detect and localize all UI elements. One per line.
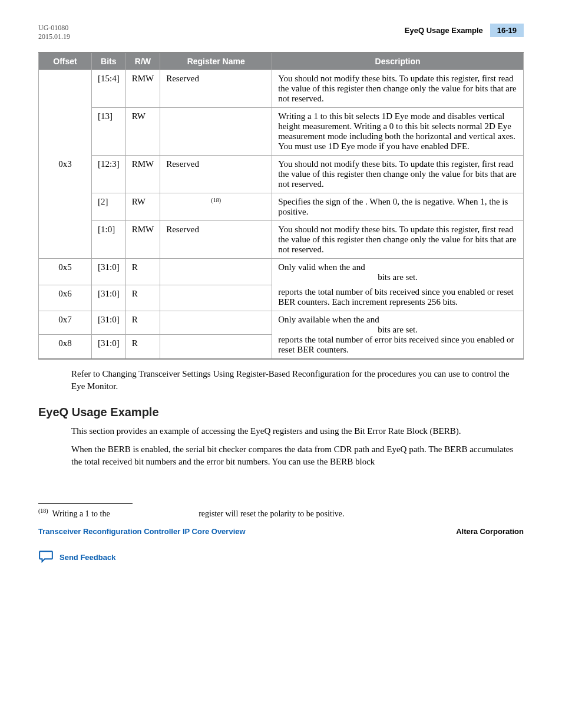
footnote-text: register will reset the polarity to be p… bbox=[199, 509, 344, 518]
body-paragraph: When the BERB is enabled, the serial bit… bbox=[71, 443, 524, 468]
cell-regname: (18) bbox=[160, 193, 272, 221]
cell-rw: RMW bbox=[125, 156, 160, 193]
table-row: 0x7 [31:0] R Only available when the and… bbox=[39, 311, 524, 335]
th-regname: Register Name bbox=[160, 52, 272, 70]
cell-rw: R bbox=[125, 335, 160, 359]
header-page-number: 16-19 bbox=[490, 24, 524, 37]
cell-rw: RMW bbox=[125, 70, 160, 108]
desc-line: reports the total number of error bits r… bbox=[278, 335, 517, 355]
cell-desc: Specifies the sign of the . When 0, the … bbox=[272, 193, 524, 221]
cell-rw: R bbox=[125, 259, 160, 285]
cell-regname bbox=[160, 335, 272, 359]
footer-chapter-link[interactable]: Transceiver Reconfiguration Controller I… bbox=[38, 527, 246, 536]
cell-desc: You should not modify these bits. To upd… bbox=[272, 221, 524, 259]
cell-offset: 0x8 bbox=[39, 335, 92, 359]
cell-rw: RW bbox=[125, 193, 160, 221]
footnote-marker: (18) bbox=[38, 508, 48, 514]
cell-rw: R bbox=[125, 285, 160, 311]
cell-bits: [31:0] bbox=[92, 311, 126, 335]
th-desc: Description bbox=[272, 52, 524, 70]
table-row: 0x5 [31:0] R Only valid when the and bit… bbox=[39, 259, 524, 285]
cell-regname bbox=[160, 108, 272, 156]
speech-bubble-icon bbox=[38, 550, 54, 565]
cell-bits: [31:0] bbox=[92, 335, 126, 359]
cell-bits: [31:0] bbox=[92, 259, 126, 285]
cell-bits: [1:0] bbox=[92, 221, 126, 259]
cell-desc: You should not modify these bits. To upd… bbox=[272, 70, 524, 108]
body-paragraph: Refer to Changing Transceiver Settings U… bbox=[71, 368, 524, 393]
cell-desc: You should not modify these bits. To upd… bbox=[272, 156, 524, 193]
cell-desc: Writing a 1 to this bit selects 1D Eye m… bbox=[272, 108, 524, 156]
section-heading: EyeQ Usage Example bbox=[38, 406, 524, 419]
footnote-marker: (18) bbox=[211, 197, 221, 203]
cell-rw: RW bbox=[125, 108, 160, 156]
table-header-row: Offset Bits R/W Register Name Descriptio… bbox=[39, 52, 524, 70]
register-table: Offset Bits R/W Register Name Descriptio… bbox=[38, 52, 524, 360]
cell-bits: [12:3] bbox=[92, 156, 126, 193]
doc-date: 2015.01.19 bbox=[38, 32, 70, 41]
footer-company: Altera Corporation bbox=[456, 527, 524, 536]
table-row: [12:3] RMW Reserved You should not modif… bbox=[39, 156, 524, 193]
page-header: UG-01080 2015.01.19 EyeQ Usage Example 1… bbox=[38, 24, 524, 41]
desc-line: bits are set. bbox=[278, 272, 517, 282]
cell-bits: [13] bbox=[92, 108, 126, 156]
cell-regname: Reserved bbox=[160, 156, 272, 193]
table-row: [1:0] RMW Reserved You should not modify… bbox=[39, 221, 524, 259]
desc-line: bits are set. bbox=[278, 325, 517, 335]
desc-line: Only available when the and bbox=[278, 315, 379, 324]
cell-regname: Reserved bbox=[160, 221, 272, 259]
cell-bits: [31:0] bbox=[92, 285, 126, 311]
body-paragraph: This section provides an example of acce… bbox=[71, 425, 524, 437]
footnote-text: Writing a 1 to the bbox=[52, 509, 110, 518]
send-feedback-label: Send Feedback bbox=[59, 553, 115, 562]
th-offset: Offset bbox=[39, 52, 92, 70]
cell-offset: 0x7 bbox=[39, 311, 92, 335]
th-bits: Bits bbox=[92, 52, 126, 70]
cell-bits: [2] bbox=[92, 193, 126, 221]
doc-id: UG-01080 bbox=[38, 24, 70, 32]
table-row: [2] RW (18) Specifies the sign of the . … bbox=[39, 193, 524, 221]
cell-offset: 0x6 bbox=[39, 285, 92, 311]
header-doc-meta: UG-01080 2015.01.19 bbox=[38, 24, 70, 41]
cell-rw: RMW bbox=[125, 221, 160, 259]
cell-regname bbox=[160, 285, 272, 311]
footnote-rule bbox=[38, 503, 133, 504]
cell-desc: Only valid when the and bits are set. re… bbox=[272, 259, 524, 311]
page-footer: Transceiver Reconfiguration Controller I… bbox=[38, 527, 524, 536]
header-section-title: EyeQ Usage Example bbox=[405, 26, 490, 35]
cell-regname bbox=[160, 259, 272, 285]
header-section: EyeQ Usage Example 16-19 bbox=[405, 24, 524, 37]
desc-line: reports the total number of bits receive… bbox=[278, 287, 517, 307]
table-row: 0x3 [15:4] RMW Reserved You should not m… bbox=[39, 70, 524, 108]
table-row: [13] RW Writing a 1 to this bit selects … bbox=[39, 108, 524, 156]
send-feedback-link[interactable]: Send Feedback bbox=[38, 550, 524, 565]
cell-desc: Only available when the and bits are set… bbox=[272, 311, 524, 360]
footnote: (18) Writing a 1 to the register will re… bbox=[38, 508, 524, 519]
cell-bits: [15:4] bbox=[92, 70, 126, 108]
cell-offset: 0x5 bbox=[39, 259, 92, 285]
cell-rw: R bbox=[125, 311, 160, 335]
th-rw: R/W bbox=[125, 52, 160, 70]
cell-regname bbox=[160, 311, 272, 335]
cell-offset: 0x3 bbox=[39, 70, 92, 259]
cell-regname: Reserved bbox=[160, 70, 272, 108]
desc-line: Only valid when the and bbox=[278, 262, 365, 272]
